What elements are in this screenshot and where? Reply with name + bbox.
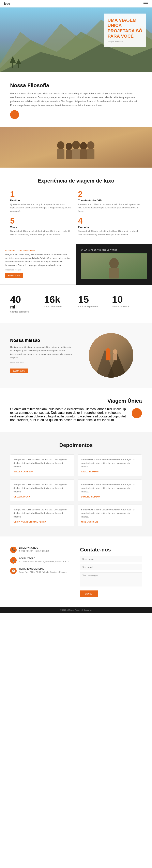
pers-image-credit: Imagem de Freepik [5, 269, 71, 271]
svg-rect-10 [57, 149, 65, 159]
exp-desc-5: Sample text. Click to select the text bo… [10, 229, 74, 236]
missao-circle-inner [89, 333, 133, 378]
stat-number-0: 40 [10, 295, 40, 304]
missao-left: Nossa missão Habitant morbi tristique se… [10, 338, 72, 373]
dep-name-1: PAULO HUDSON [81, 471, 138, 473]
exp-item-1: 1 Destino Queremos saber onde e por quê … [10, 190, 74, 213]
exp-number-5: 5 [10, 217, 74, 225]
exp-title-5: Visas [10, 225, 74, 228]
missao-saiba-mais-button[interactable]: SAIBA MAIS [10, 369, 28, 373]
email-input[interactable] [80, 564, 142, 570]
svg-point-11 [66, 143, 72, 150]
depoimentos-title: Depoimentos [10, 442, 142, 448]
contact-phone-text: 1 (234) 567-891, 1 (234) 987-654 [19, 550, 49, 553]
exp-title-4: Executar [78, 225, 142, 228]
pers-right-photo [81, 253, 147, 279]
missao-title: Nossa missão [10, 338, 72, 343]
hero-section: UMA VIAGEM ÚNICA PROJETADA SÓ PARA VOCÊ … [0, 7, 152, 72]
stat-label-1: Capaz concluídos [44, 305, 74, 308]
exp-number-4: 4 [78, 217, 142, 225]
enviar-button[interactable]: ENVIAR [80, 590, 98, 597]
hamburger-menu[interactable] [144, 2, 148, 5]
viagem-title: Viagem Única [10, 398, 142, 404]
dep-text-3: Sample text. Click to select the text bo… [81, 483, 138, 494]
contact-location-title: LOCALIZAÇÃO [19, 557, 69, 560]
dep-card-4: Sample text. Click to select the text bo… [10, 504, 74, 526]
exp-desc-2: Aprovamos e cuidamos dos nossos veículos… [78, 203, 142, 213]
svg-rect-26 [106, 353, 110, 361]
footer: © 2023 All Rights Reserved. Design by [0, 607, 152, 613]
svg-point-25 [106, 348, 110, 353]
dep-text-0: Sample text. Click to select the text bo… [14, 458, 71, 469]
stat-label-3: Nossos parceiros [112, 305, 142, 308]
dep-card-3: Sample text. Click to select the text bo… [78, 479, 142, 501]
section-viagem: Viagem Única Ut enim ad minim veniam, qu… [0, 388, 152, 432]
filosofia-cta-button[interactable] [10, 110, 19, 119]
dep-card-0: Sample text. Click to select the text bo… [10, 455, 74, 476]
exp-number-2: 2 [78, 190, 142, 198]
form-message-group [80, 572, 142, 587]
section-depoimentos: Depoimentos Sample text. Click to select… [0, 432, 152, 536]
viagem-content: Ut enim ad minim veniam, quis nostrud ex… [10, 407, 142, 422]
dep-text-4: Sample text. Click to select the text bo… [14, 508, 71, 519]
missao-photo-circle [89, 333, 133, 378]
hero-text-box: UMA VIAGEM ÚNICA PROJETADA SÓ PARA VOCÊ … [104, 13, 146, 47]
svg-rect-21 [109, 268, 119, 279]
missao-credit: Image from 9180 [10, 361, 72, 363]
dep-card-5: Sample text. Click to select the text bo… [78, 504, 142, 526]
phone-icon: 📞 [10, 547, 17, 553]
exp-title-1: Destino [10, 199, 74, 202]
dep-text-1: Sample text. Click to select the text bo… [81, 458, 138, 469]
pers-left-tab[interactable]: PERSONALIZED VACATIONS [5, 249, 71, 251]
contact-info-hours: HORÁRIO COMERCIAL Seg – Sex: 7:00 – 21:0… [19, 568, 67, 574]
stat-suffix-0: mil [10, 304, 40, 310]
logo: logo [4, 2, 10, 5]
stat-label-2: Anos de experiência [78, 305, 108, 308]
form-email-group [80, 564, 142, 570]
dep-name-0: STELLA LARSSON [14, 471, 71, 473]
exp-item-4: 4 Executar Sample text. Click to select … [78, 217, 142, 236]
contact-hours-text: Seg – Sex: 7:00 – 21:00, Sábado: Domingo… [19, 571, 67, 574]
svg-point-27 [113, 349, 117, 354]
location-icon: 📍 [10, 557, 17, 564]
svg-point-13 [72, 141, 80, 149]
section-missao: Nossa missão Habitant morbi tristique se… [0, 323, 152, 388]
depoimentos-grid: Sample text. Click to select the text bo… [10, 455, 142, 526]
dep-card-1: Sample text. Click to select the text bo… [78, 455, 142, 476]
exp-item-5: 5 Visas Sample text. Click to select the… [10, 217, 74, 236]
contact-item-location: 📍 LOCALIZAÇÃO 121 Rock Street, 21 Avenue… [10, 557, 72, 564]
dep-name-4: Click again or Mike PERRY [14, 521, 71, 523]
contact-info-phone: LIGUE PARA NÓS 1 (234) 567-891, 1 (234) … [19, 547, 49, 553]
missao-right [80, 333, 142, 378]
contact-left: 📞 LIGUE PARA NÓS 1 (234) 567-891, 1 (234… [10, 547, 72, 597]
stat-label-0: Clientes satisfeitos [10, 310, 40, 313]
exp-desc-1: Queremos saber onde e por quê porque ent… [10, 203, 74, 213]
missao-photo-svg [89, 333, 133, 378]
footer-text: © 2023 All Rights Reserved. Design by [60, 609, 92, 611]
group-photo [0, 127, 152, 167]
svg-rect-28 [113, 354, 117, 361]
exp-number-1: 1 [10, 190, 74, 198]
viagem-text: Ut enim ad minim veniam, quis nostrud ex… [10, 407, 128, 422]
contact-right: Contate-nos ENVIAR [80, 547, 142, 597]
saiba-mais-button[interactable]: SAIBA MAIS [5, 273, 23, 278]
stat-item-2: 15 Anos de experiência [78, 295, 108, 313]
exp-title-2: Transferências VIP [78, 199, 142, 202]
contact-phone-title: LIGUE PARA NÓS [19, 547, 49, 549]
hero-title: UMA VIAGEM ÚNICA PROJETADA SÓ PARA VOCÊ [108, 18, 142, 39]
message-textarea[interactable] [80, 572, 142, 586]
pers-right-tab[interactable]: WHAT IS YOUR VACATIONS TYPE? [81, 249, 147, 251]
section-filosofia: Nossa Filosofia We are a team of tourist… [0, 72, 152, 127]
svg-point-17 [87, 141, 95, 149]
dep-name-2: OLGA IVANOVA [14, 496, 71, 498]
dep-text-5: Sample text. Click to select the text bo… [81, 508, 138, 519]
svg-point-20 [109, 258, 119, 269]
svg-point-15 [80, 142, 87, 150]
experiencia-title: Experiência de viagem de luxo [10, 178, 142, 184]
section-contact: 📞 LIGUE PARA NÓS 1 (234) 567-891, 1 (234… [0, 536, 152, 607]
stat-item-3: 10 Nossos parceiros [112, 295, 142, 313]
name-input[interactable] [80, 556, 142, 562]
dep-text-2: Sample text. Click to select the text bo… [14, 483, 71, 494]
section-personalized: PERSONALIZED VACATIONS Mergulhe em belas… [0, 244, 152, 285]
stat-item-1: 16k Capaz concluídos [44, 295, 74, 313]
